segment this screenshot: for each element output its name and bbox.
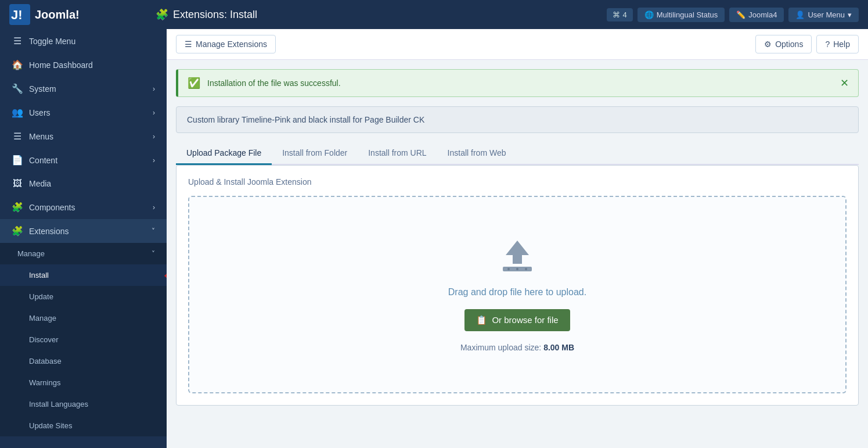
topbar-actions: ⌘ 4 🌐 Multilingual Status ✏️ Joomla4 👤 U…: [607, 8, 859, 22]
multilingual-status-button[interactable]: 🌐 Multilingual Status: [638, 8, 725, 22]
upload-panel-title: Upload & Install Joomla Extension: [188, 177, 847, 187]
extensions-label: Extensions: [29, 227, 69, 236]
sidebar-item-system[interactable]: 🔧 System ›: [0, 77, 167, 101]
edit-icon: ✏️: [736, 10, 745, 19]
sidebar-item-warnings[interactable]: Warnings: [0, 372, 167, 393]
chevron-down-icon: ˅: [152, 227, 155, 235]
joomla4-button[interactable]: ✏️ Joomla4: [729, 8, 784, 22]
svg-point-6: [525, 268, 527, 270]
sidebar-item-manage[interactable]: Manage: [0, 307, 167, 329]
sidebar-item-manage-group[interactable]: Manage ˅: [0, 243, 167, 264]
chevron-right-icon: ›: [153, 132, 155, 141]
question-icon: ?: [825, 40, 830, 49]
home-icon: 🏠: [12, 59, 23, 70]
layout: ☰ Toggle Menu 🏠 Home Dashboard 🔧 System …: [0, 29, 868, 448]
list-icon: ☰: [185, 40, 192, 49]
upload-dropzone[interactable]: Drag and drop file here to upload. 📋 Or …: [188, 196, 847, 393]
chevron-right-icon: ›: [153, 203, 155, 212]
media-label: Media: [29, 179, 51, 188]
components-icon: 🧩: [12, 202, 23, 213]
extensions-icon: 🧩: [12, 225, 23, 236]
user-menu-button[interactable]: 👤 User Menu ▾: [788, 8, 859, 22]
content-label: Content: [29, 156, 57, 165]
sidebar-toggle-menu[interactable]: ☰ Toggle Menu: [0, 29, 167, 53]
chevron-right-icon: ›: [153, 156, 155, 164]
chevron-down-icon: ▾: [848, 10, 852, 19]
components-label: Components: [29, 203, 75, 212]
alert-success: ✅ Installation of the file was successfu…: [176, 69, 859, 97]
tab-install-web[interactable]: Install from Web: [437, 142, 517, 165]
file-icon: 📋: [476, 315, 487, 325]
update-label: Update: [29, 292, 53, 301]
multilingual-icon: 🌐: [644, 10, 654, 19]
sidebar-item-home-dashboard[interactable]: 🏠 Home Dashboard: [0, 53, 167, 77]
warnings-label: Warnings: [29, 378, 60, 387]
content-icon: 📄: [12, 155, 23, 166]
badge-icon: ⌘: [613, 10, 620, 19]
content-area: ✅ Installation of the file was successfu…: [167, 60, 868, 448]
toolbar: ☰ Manage Extensions ⚙ Options ? Help: [167, 29, 868, 60]
help-button[interactable]: ? Help: [816, 35, 859, 53]
discover-label: Discover: [29, 335, 59, 344]
browse-file-button[interactable]: 📋 Or browse for file: [464, 309, 570, 331]
sidebar-item-install[interactable]: Install: [0, 264, 167, 286]
check-circle-icon: ✅: [188, 77, 200, 89]
max-upload-value: 8.00 MB: [543, 343, 574, 352]
manage-label: Manage: [29, 314, 56, 322]
sidebar-item-users[interactable]: 👥 Users ›: [0, 101, 167, 124]
drag-drop-text: Drag and drop file here to upload.: [448, 287, 586, 298]
users-label: Users: [29, 108, 51, 117]
alert-message: Installation of the file was successful.: [207, 78, 341, 88]
info-bar-message: Custom library Timeline-Pink and black i…: [187, 115, 424, 124]
manage-group-label: Manage: [17, 249, 45, 258]
upload-panel: Upload & Install Joomla Extension: [176, 165, 859, 406]
main-content: ☰ Manage Extensions ⚙ Options ? Help ✅ I…: [167, 29, 868, 448]
menus-label: Menus: [29, 132, 53, 141]
badge-number: 4: [623, 10, 627, 19]
svg-point-4: [507, 268, 510, 270]
extensions-submenu: Manage ˅ Install ← Update Manage Discove…: [0, 243, 167, 436]
media-icon: 🖼: [12, 178, 23, 189]
sidebar-item-media[interactable]: 🖼 Media: [0, 172, 167, 195]
sidebar-item-content[interactable]: 📄 Content ›: [0, 148, 167, 172]
sidebar: ☰ Toggle Menu 🏠 Home Dashboard 🔧 System …: [0, 29, 167, 448]
manage-extensions-button[interactable]: ☰ Manage Extensions: [176, 35, 276, 53]
page-title-bar: 🧩 Extensions: Install: [156, 8, 600, 21]
tab-install-folder[interactable]: Install from Folder: [272, 142, 358, 165]
database-label: Database: [29, 357, 62, 365]
sidebar-item-update[interactable]: Update: [0, 286, 167, 307]
update-sites-label: Update Sites: [29, 421, 72, 430]
logo-text: Joomla!: [35, 8, 80, 21]
home-dashboard-label: Home Dashboard: [29, 60, 93, 70]
alert-close-button[interactable]: ✕: [840, 77, 849, 89]
badge-count: ⌘ 4: [607, 8, 633, 21]
svg-point-5: [516, 268, 518, 270]
sidebar-item-database[interactable]: Database: [0, 350, 167, 372]
tab-install-url[interactable]: Install from URL: [358, 142, 437, 165]
sidebar-item-install-languages[interactable]: Install Languages: [0, 393, 167, 415]
page-title: Extensions: Install: [173, 9, 257, 21]
options-button[interactable]: ⚙ Options: [755, 35, 812, 53]
hamburger-icon: ☰: [12, 35, 23, 46]
puzzle-icon: 🧩: [156, 8, 168, 21]
svg-text:J!: J!: [11, 8, 23, 22]
sidebar-item-update-sites[interactable]: Update Sites: [0, 415, 167, 436]
joomla-logo-icon: J!: [9, 4, 30, 25]
logo: J! Joomla!: [9, 4, 149, 25]
sidebar-item-components[interactable]: 🧩 Components ›: [0, 195, 167, 219]
sidebar-item-menus[interactable]: ☰ Menus ›: [0, 124, 167, 148]
chevron-right-icon: ›: [153, 85, 155, 93]
user-icon: 👤: [795, 10, 805, 19]
sidebar-item-extensions[interactable]: 🧩 Extensions ˅: [0, 219, 167, 243]
toggle-menu-label: Toggle Menu: [29, 37, 75, 46]
tab-upload-package[interactable]: Upload Package File: [176, 142, 272, 165]
sidebar-item-discover[interactable]: Discover: [0, 329, 167, 350]
menus-icon: ☰: [12, 131, 23, 142]
gear-icon: ⚙: [764, 40, 772, 49]
svg-marker-2: [506, 241, 529, 264]
system-label: System: [29, 84, 56, 94]
info-bar: Custom library Timeline-Pink and black i…: [176, 106, 859, 133]
chevron-right-icon: ›: [153, 109, 155, 117]
tab-bar: Upload Package File Install from Folder …: [176, 142, 859, 165]
system-icon: 🔧: [12, 83, 23, 94]
